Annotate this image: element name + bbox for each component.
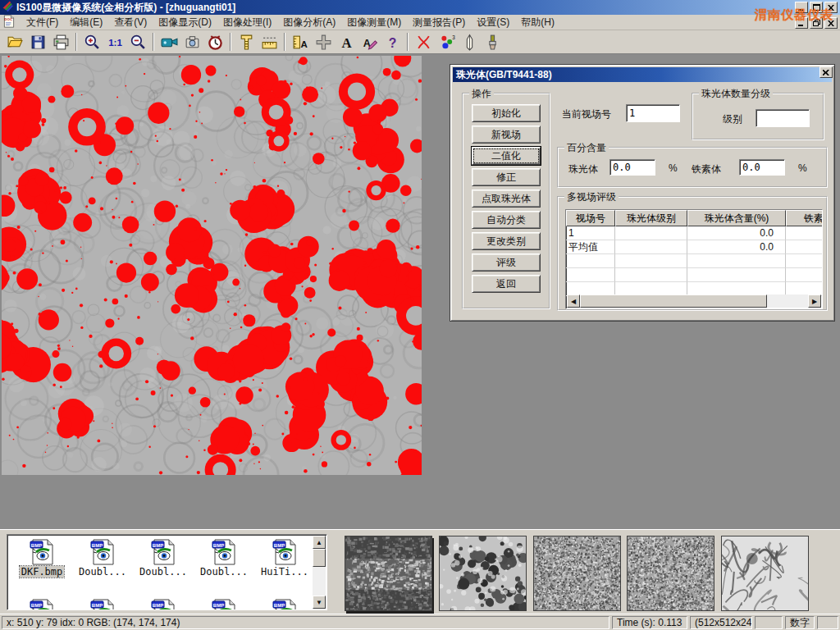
thumbnail-light-flakes[interactable]	[721, 536, 809, 611]
scroll-up-button[interactable]: ▲	[313, 536, 326, 549]
file-item[interactable]: BMP	[134, 599, 193, 610]
file-item[interactable]: BMP	[73, 599, 132, 610]
file-panel: BMPDKF.bmpBMPBMPDoubl...BMPBMPDoubl...BM…	[0, 529, 840, 614]
document-icon: DOC	[2, 15, 16, 30]
mode-status: 数字	[785, 616, 815, 629]
pearlite-dialog: 珠光体(GB/T9441-88) 操作 初始化新视场二值化修正点取珠光体自动分类…	[450, 64, 835, 322]
help-icon[interactable]: ?	[381, 32, 404, 52]
measure-text-icon[interactable]: A	[289, 32, 312, 52]
table-row[interactable]: 10.0	[566, 226, 822, 240]
op-button[interactable]: 二值化	[472, 147, 541, 165]
ferrite-percent-input[interactable]	[739, 159, 785, 176]
table-hscrollbar[interactable]: ◀ ▶	[567, 294, 821, 308]
op-button[interactable]: 自动分类	[472, 211, 541, 229]
annotate-icon[interactable]: A	[358, 32, 381, 52]
file-item[interactable]: BMPDKF.bmp	[12, 539, 71, 578]
table-cell: 1	[566, 226, 615, 240]
file-item[interactable]: BMPHuiTi...	[255, 539, 314, 578]
zoom-in-icon[interactable]	[80, 32, 103, 52]
file-item[interactable]: BMP	[255, 599, 314, 610]
classify-icon[interactable]: 3	[435, 32, 458, 52]
operation-group-label: 操作	[469, 87, 494, 101]
menu-item[interactable]: 设置(S)	[471, 14, 515, 31]
table-row[interactable]	[566, 254, 822, 268]
menu-item[interactable]: 测量报告(P)	[407, 14, 471, 31]
svg-text:A: A	[341, 34, 351, 50]
save-icon[interactable]	[26, 32, 49, 52]
capture-icon[interactable]	[180, 32, 203, 52]
op-button[interactable]: 返回	[472, 275, 541, 293]
picker-icon[interactable]	[458, 32, 481, 52]
menu-item[interactable]: 图像测量(M)	[341, 14, 407, 31]
dialog-title-bar[interactable]: 珠光体(GB/T9441-88)	[453, 67, 832, 82]
scroll-right-button[interactable]: ▶	[808, 294, 821, 308]
metallograph-image[interactable]	[2, 56, 422, 475]
menu-item[interactable]: 文件(F)	[21, 14, 64, 31]
table-header[interactable]: 铁素体	[786, 210, 823, 226]
file-item[interactable]: BMP	[12, 599, 71, 610]
file-list[interactable]: BMPDKF.bmpBMPBMPDoubl...BMPBMPDoubl...BM…	[7, 534, 327, 610]
table-header[interactable]: 珠光体含量(%)	[687, 210, 786, 226]
scrollbar-thumb[interactable]	[313, 549, 326, 567]
ruler-icon[interactable]	[258, 32, 281, 52]
table-row[interactable]: 平均值0.0	[566, 240, 822, 254]
caliper-icon[interactable]	[235, 32, 258, 52]
video-camera-icon[interactable]	[158, 32, 180, 52]
zoom-out-icon[interactable]	[126, 32, 149, 52]
op-button[interactable]: 新视场	[472, 126, 541, 144]
op-button[interactable]: 初始化	[472, 104, 541, 122]
menu-item[interactable]: 图像处理(I)	[217, 14, 277, 31]
open-icon[interactable]	[3, 32, 26, 52]
menu-item[interactable]: 查看(V)	[108, 14, 153, 31]
menu-item[interactable]: 编辑(E)	[64, 14, 108, 31]
actual-size-icon[interactable]: 1:1	[103, 32, 126, 52]
table-header[interactable]: 珠光体级别	[615, 210, 687, 226]
file-list-scrollbar[interactable]: ▲ ▼	[313, 536, 326, 609]
timer-icon[interactable]	[203, 32, 226, 52]
current-field-input[interactable]	[626, 104, 680, 122]
thumbnail-coarse-blobs[interactable]	[439, 536, 527, 611]
menu-item[interactable]: 图像显示(D)	[153, 14, 217, 31]
thumbnail-fine-speckle[interactable]	[533, 536, 621, 611]
close-button[interactable]	[824, 2, 838, 13]
file-item[interactable]: BMP	[194, 599, 253, 610]
file-name: HuiTi...	[259, 566, 310, 578]
maximize-button[interactable]	[810, 2, 823, 13]
resize-grip[interactable]	[817, 616, 838, 629]
file-item[interactable]: BMPDoubl...	[73, 539, 132, 578]
table-cell	[615, 240, 687, 254]
pearlite-percent-input[interactable]	[609, 159, 655, 176]
scroll-down-button[interactable]: ▼	[313, 596, 326, 609]
table-cell	[566, 254, 615, 268]
op-button[interactable]: 点取珠光体	[472, 189, 541, 208]
curve-cut-icon[interactable]	[412, 32, 435, 52]
minimize-button[interactable]	[795, 17, 808, 29]
menu-item[interactable]: 帮助(H)	[515, 14, 560, 31]
thumbnail-dark-banded[interactable]	[345, 536, 432, 611]
rating-table[interactable]: 视场号珠光体级别珠光体含量(%)铁素体 10.0平均值0.0 ◀ ▶	[565, 209, 823, 309]
title-bar[interactable]: IS100显微摄像系统(金相分析版) - [zhuguangti01]	[0, 0, 840, 15]
scrollbar-thumb[interactable]	[580, 294, 767, 308]
minimize-button[interactable]	[795, 2, 808, 13]
close-button[interactable]	[824, 17, 838, 29]
grid-icon[interactable]	[312, 32, 335, 52]
dialog-close-button[interactable]	[819, 66, 833, 78]
op-button[interactable]: 更改类别	[472, 232, 541, 250]
print-icon[interactable]	[49, 32, 72, 52]
menu-item[interactable]: 图像分析(A)	[277, 14, 341, 31]
table-row[interactable]	[566, 268, 822, 282]
file-name: DKF.bmp	[20, 566, 65, 578]
table-header[interactable]: 视场号	[566, 210, 615, 226]
scroll-left-button[interactable]: ◀	[567, 294, 580, 308]
level-input[interactable]	[756, 109, 810, 127]
text-icon[interactable]: A	[335, 32, 358, 52]
op-button[interactable]: 评级	[472, 253, 541, 272]
file-item[interactable]: BMPDoubl...	[134, 539, 193, 578]
op-button[interactable]: 修正	[472, 168, 541, 186]
table-cell	[786, 240, 823, 254]
restore-button[interactable]	[810, 17, 823, 29]
brush-icon[interactable]	[481, 32, 504, 52]
file-item[interactable]: BMPDoubl...	[194, 539, 253, 578]
thumbnail-fine-speckle-2[interactable]	[627, 536, 714, 611]
svg-text:BMP: BMP	[31, 603, 42, 608]
